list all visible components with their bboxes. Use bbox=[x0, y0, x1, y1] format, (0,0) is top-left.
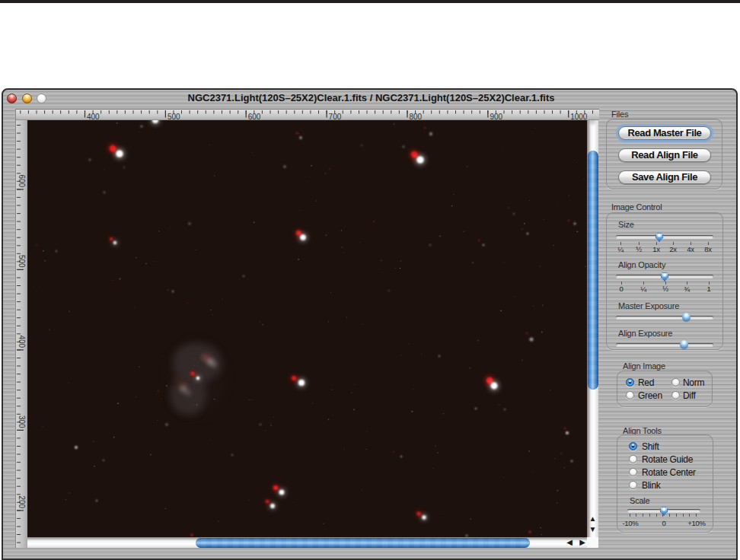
svg-text:200: 200 bbox=[18, 495, 26, 508]
svg-text:900: 900 bbox=[490, 113, 502, 121]
svg-text:500: 500 bbox=[167, 113, 180, 121]
svg-text:500: 500 bbox=[18, 255, 26, 268]
svg-text:400: 400 bbox=[18, 335, 26, 348]
svg-text:700: 700 bbox=[329, 113, 342, 121]
svg-text:400: 400 bbox=[87, 113, 100, 121]
svg-text:1000: 1000 bbox=[570, 113, 588, 121]
svg-text:600: 600 bbox=[248, 113, 261, 121]
svg-text:800: 800 bbox=[410, 113, 423, 121]
svg-text:300: 300 bbox=[18, 415, 26, 428]
svg-text:600: 600 bbox=[18, 174, 26, 187]
